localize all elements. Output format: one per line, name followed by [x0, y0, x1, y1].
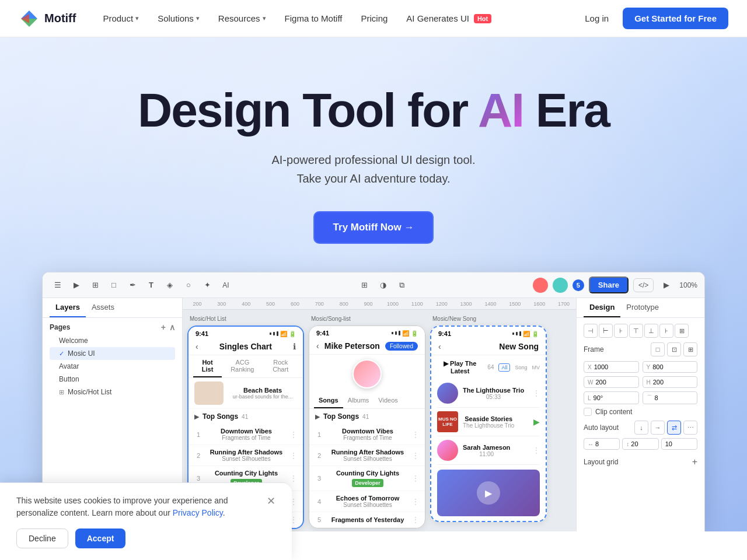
avatar-1 [533, 278, 548, 293]
padding-field[interactable]: ↕ 20 [622, 438, 658, 450]
song-title: Counting City Lights [328, 470, 407, 477]
phone-tab-videos[interactable]: Videos [374, 393, 402, 408]
try-motiff-button[interactable]: Try Motiff Now → [313, 211, 434, 244]
phone-tab-rock[interactable]: Rock Chart [263, 355, 299, 377]
online-count: 5 [573, 279, 584, 291]
frame-type-1[interactable]: □ [651, 342, 665, 356]
nav-item-pricing[interactable]: Pricing [352, 9, 396, 28]
layout-wrap-icon[interactable]: ⇄ [667, 421, 681, 435]
frame-type-2[interactable]: ⊡ [667, 342, 681, 356]
phone-tab-songs[interactable]: Songs [314, 393, 343, 408]
ellipse-icon[interactable]: ○ [180, 277, 197, 293]
corner-field[interactable]: ⌒ 8 [643, 391, 698, 404]
x-field[interactable]: X 1000 [584, 361, 639, 373]
nav-item-product[interactable]: Product ▾ [95, 9, 147, 28]
rtab-design[interactable]: Design [584, 298, 620, 317]
artist-thumb-1 [437, 383, 458, 404]
panel-tabs: Layers Assets [43, 298, 182, 318]
play-button-large[interactable]: ▶ [477, 481, 500, 505]
grid-icon[interactable]: ⊞ [357, 277, 373, 293]
code-button[interactable]: </> [633, 278, 654, 292]
gap-field[interactable]: ↔ 8 [584, 438, 620, 450]
star-icon[interactable]: ✦ [199, 277, 215, 293]
rpanel-tabs: Design Prototype [577, 298, 704, 318]
page-button[interactable]: Button [50, 373, 175, 386]
align-center-v-icon[interactable]: ⊥ [644, 324, 658, 338]
layout-grid-label: Layout grid [584, 458, 618, 466]
share-button[interactable]: Share [589, 276, 629, 293]
accept-button[interactable]: Accept [75, 528, 126, 531]
get-started-button[interactable]: Get Started for Free [623, 8, 728, 29]
select-icon[interactable]: ▶ [68, 277, 85, 293]
shape-icon[interactable]: □ [106, 277, 122, 293]
y-field[interactable]: Y 800 [643, 361, 698, 373]
distribute-icon[interactable]: ⊞ [675, 324, 689, 338]
layout-down-icon[interactable]: ↓ [634, 421, 648, 435]
add-page-icon[interactable]: + [161, 323, 166, 332]
decline-button[interactable]: Decline [16, 528, 68, 531]
play-button-2[interactable]: ▶ [533, 417, 540, 426]
song-info: Running After Shadows Sunset Silhouettes [207, 449, 285, 462]
component-icon[interactable]: ◈ [162, 277, 178, 293]
nav-item-figma[interactable]: Figma to Motiff [277, 9, 351, 28]
clip-content-checkbox[interactable] [584, 408, 592, 416]
rotation-field[interactable]: L 90° [584, 391, 639, 404]
page-welcome[interactable]: Welcome [50, 334, 175, 347]
ruler-mark: 1200 [430, 301, 454, 307]
zoom-level[interactable]: 100% [679, 281, 697, 289]
ruler-mark: 1100 [405, 301, 430, 307]
phone-tab-hot[interactable]: Hot List [193, 355, 222, 377]
ai-icon[interactable]: AI [218, 277, 234, 293]
page-mosic-hot[interactable]: ⊞ Mosic/Hot List [50, 386, 175, 398]
w-field[interactable]: W 200 [584, 376, 639, 388]
text-icon[interactable]: T [143, 277, 159, 293]
nav-item-solutions[interactable]: Solutions ▾ [149, 9, 208, 28]
more-icon[interactable]: ⋮ [412, 430, 419, 439]
tab-assets[interactable]: Assets [86, 298, 120, 317]
phone-tab-albums[interactable]: Albums [343, 393, 374, 408]
logo[interactable]: Motiff [19, 8, 76, 29]
phone-tab-acg[interactable]: ACG Ranking [222, 355, 263, 377]
more-icon[interactable]: ⋮ [290, 474, 297, 482]
align-top-icon[interactable]: ⊤ [629, 324, 643, 338]
cookie-banner: This website uses cookies to improve you… [0, 482, 292, 531]
add-grid-icon[interactable]: + [692, 457, 697, 467]
h-field[interactable]: H 200 [643, 376, 698, 388]
ruler-mark: 500 [259, 301, 283, 307]
contrast-icon[interactable]: ◑ [375, 277, 392, 293]
rtab-prototype[interactable]: Prototype [620, 298, 665, 317]
more-icon[interactable]: ⋮ [412, 474, 419, 482]
frame-icon[interactable]: ⊞ [87, 277, 103, 293]
align-bottom-icon[interactable]: ⊦ [659, 324, 673, 338]
collapse-icon[interactable]: ∧ [169, 323, 175, 332]
login-link[interactable]: Log in [578, 9, 616, 28]
align-right-icon[interactable]: ⊦ [614, 324, 628, 338]
more-icon[interactable]: ⋮ [533, 389, 540, 397]
layout-options-icon[interactable]: ⋯ [683, 421, 697, 435]
padding-field-2[interactable]: 10 [661, 438, 697, 450]
more-icon[interactable]: ⋮ [533, 446, 540, 454]
nav-item-ai[interactable]: AI Generates UI Hot [398, 9, 500, 28]
more-icon[interactable]: ⋮ [412, 452, 419, 460]
page-avatar[interactable]: Avatar [50, 360, 175, 373]
layout-right-icon[interactable]: → [651, 421, 665, 435]
privacy-policy-link[interactable]: Privacy Policy [173, 508, 223, 517]
song-row-2: 2 Running After Shadows Sunset Silhouett… [189, 445, 303, 466]
tab-layers[interactable]: Layers [50, 298, 86, 317]
align-center-h-icon[interactable]: ⊢ [599, 324, 613, 338]
more-icon[interactable]: ⋮ [412, 498, 419, 506]
more-icon[interactable]: ⋮ [290, 430, 297, 439]
chevron-down-icon: ▾ [263, 15, 266, 22]
play-latest-row: ▶ Play The Latest 64 All Song MV [437, 360, 540, 374]
menu-icon[interactable]: ☰ [50, 277, 66, 293]
layers-icon[interactable]: ⧉ [394, 277, 410, 293]
play-button[interactable]: ▶ [658, 277, 675, 293]
more-icon[interactable]: ⋮ [412, 516, 419, 524]
more-icon[interactable]: ⋮ [290, 452, 297, 460]
cookie-close-icon[interactable]: ✕ [267, 495, 275, 508]
nav-item-resources[interactable]: Resources ▾ [210, 9, 274, 28]
frame-type-3[interactable]: ⊞ [683, 342, 697, 356]
align-left-icon[interactable]: ⊣ [584, 324, 598, 338]
page-mosic-ui[interactable]: ✓ Mosic UI [50, 347, 175, 360]
pen-icon[interactable]: ✒ [124, 277, 141, 293]
